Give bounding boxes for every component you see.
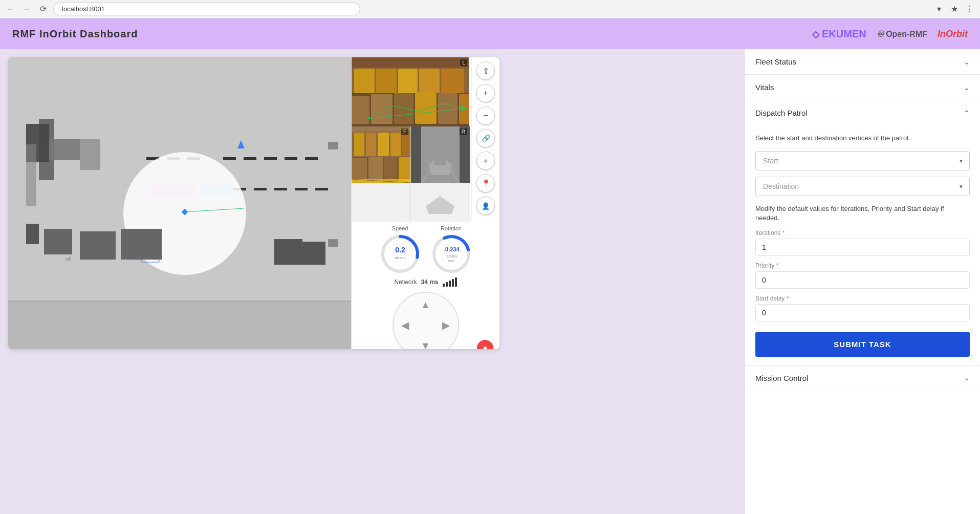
svg-rect-53: [371, 94, 393, 124]
network-label: Network: [394, 279, 417, 286]
svg-rect-28: [121, 229, 162, 260]
svg-rect-25: [26, 224, 39, 244]
app-header: RMF InOrbit Dashboard ◇ EKUMEN ♾ Open-RM…: [0, 18, 980, 49]
dpad-left-button[interactable]: ◀: [398, 317, 413, 333]
emergency-stop-button[interactable]: ●: [477, 340, 493, 349]
bottom-left-camera: [352, 183, 410, 221]
bar1: [443, 284, 445, 287]
north-button[interactable]: ⇧: [476, 61, 495, 80]
svg-rect-37: [66, 258, 69, 261]
svg-rect-77: [411, 126, 421, 183]
start-select[interactable]: Start: [755, 151, 970, 170]
svg-rect-62: [354, 133, 364, 156]
inorbit-logo: InOrbit: [938, 29, 968, 39]
svg-rect-16: [295, 188, 308, 190]
zoom-in-button[interactable]: +: [476, 84, 495, 102]
address-bar[interactable]: [53, 3, 360, 15]
right-sidebar: Fleet Status ⌄ Vitals ⌄ Dispatch Patrol …: [745, 49, 980, 514]
dpad-container: ▲ ◀ ▶ ▼ ●: [352, 288, 499, 349]
svg-text:/sec: /sec: [448, 259, 454, 263]
svg-rect-40: [328, 239, 338, 247]
vitals-section: Vitals ⌄: [745, 75, 980, 100]
refresh-button[interactable]: ⟳: [37, 3, 49, 15]
map-view[interactable]: [8, 57, 351, 349]
vitals-header[interactable]: Vitals ⌄: [745, 75, 980, 100]
map-container: L: [8, 57, 499, 349]
back-button[interactable]: ←: [4, 3, 16, 15]
front-camera-label: F: [401, 128, 408, 135]
dpad-up-button[interactable]: ▲: [418, 297, 433, 312]
user-button[interactable]: 👤: [476, 197, 495, 215]
svg-rect-63: [366, 133, 376, 156]
openrmf-logo: ♾ Open-RMF: [877, 29, 927, 39]
svg-rect-3: [80, 139, 100, 170]
svg-rect-17: [315, 188, 328, 190]
main-layout: L: [0, 49, 980, 514]
bookmark-button[interactable]: ★: [948, 3, 961, 15]
location-button[interactable]: 📍: [476, 174, 495, 192]
bar3: [449, 281, 451, 287]
iterations-group: Iterations *: [755, 229, 970, 256]
vitals-title: Vitals: [755, 83, 774, 92]
dispatch-patrol-content: Select the start and destination vertice…: [745, 125, 980, 365]
extensions-button[interactable]: ▾: [933, 3, 945, 15]
svg-rect-47: [376, 69, 397, 97]
svg-rect-82: [434, 155, 446, 165]
bottom-right-camera: [410, 183, 469, 221]
bar2: [446, 282, 448, 287]
destination-select[interactable]: Destination: [755, 177, 970, 196]
svg-text:0.2: 0.2: [395, 246, 405, 254]
rear-camera: R: [410, 126, 469, 183]
svg-rect-69: [368, 157, 383, 183]
forward-button[interactable]: →: [20, 3, 33, 15]
header-logos: ◇ EKUMEN ♾ Open-RMF InOrbit: [812, 28, 968, 40]
target-button[interactable]: ⌖: [476, 152, 495, 170]
dispatch-patrol-header[interactable]: Dispatch Patrol ⌃: [745, 100, 980, 125]
svg-rect-29: [274, 239, 302, 265]
priority-label: Priority *: [755, 262, 970, 269]
start-delay-input[interactable]: [755, 304, 970, 322]
svg-rect-26: [44, 229, 72, 254]
svg-rect-70: [384, 157, 397, 183]
dispatch-patrol-section: Dispatch Patrol ⌃ Select the start and d…: [745, 100, 980, 366]
svg-rect-38: [69, 257, 71, 261]
dispatch-patrol-title: Dispatch Patrol: [755, 109, 808, 117]
zoom-out-button[interactable]: −: [476, 106, 495, 125]
svg-rect-9: [264, 157, 277, 160]
svg-rect-83: [352, 183, 410, 222]
svg-rect-8: [244, 157, 256, 160]
dpad-right-button[interactable]: ▶: [439, 317, 454, 333]
dpad-down-button[interactable]: ▼: [418, 338, 433, 349]
destination-select-wrapper: Destination: [755, 177, 970, 196]
map-canvas: [8, 57, 351, 301]
fleet-status-header[interactable]: Fleet Status ⌄: [745, 49, 980, 74]
svg-rect-65: [390, 133, 401, 156]
priority-input[interactable]: [755, 271, 970, 289]
svg-text:m/sec: m/sec: [395, 255, 405, 260]
map-panel: L: [0, 49, 745, 514]
rotation-gauge-container: Rotation -0.234 radians /sec: [431, 225, 472, 274]
mission-control-title: Mission Control: [755, 374, 808, 382]
camera-row: F: [352, 126, 471, 183]
iterations-label: Iterations *: [755, 229, 970, 237]
patrol-instruction: Select the start and destination vertice…: [755, 134, 970, 143]
svg-rect-66: [402, 133, 410, 156]
fleet-status-title: Fleet Status: [755, 57, 796, 66]
iterations-input[interactable]: [755, 239, 970, 256]
start-select-group: Start: [755, 151, 970, 170]
submit-task-button[interactable]: SUBMIT TASK: [755, 332, 970, 357]
menu-button[interactable]: ⋮: [964, 3, 976, 15]
front-camera: F: [352, 126, 410, 183]
network-row: Network 34 ms: [352, 276, 499, 288]
mission-control-header[interactable]: Mission Control ⌄: [745, 366, 980, 391]
link-button[interactable]: 🔗: [476, 129, 495, 147]
svg-rect-42: [26, 144, 36, 206]
svg-rect-55: [415, 92, 437, 124]
bar5: [455, 277, 457, 287]
svg-rect-30: [300, 242, 325, 265]
cameras-section: L: [352, 57, 471, 221]
modify-label: Modify the default values for Iterations…: [755, 204, 970, 223]
svg-rect-15: [274, 188, 287, 190]
mission-control-section: Mission Control ⌄: [745, 366, 980, 391]
svg-rect-10: [285, 157, 297, 160]
